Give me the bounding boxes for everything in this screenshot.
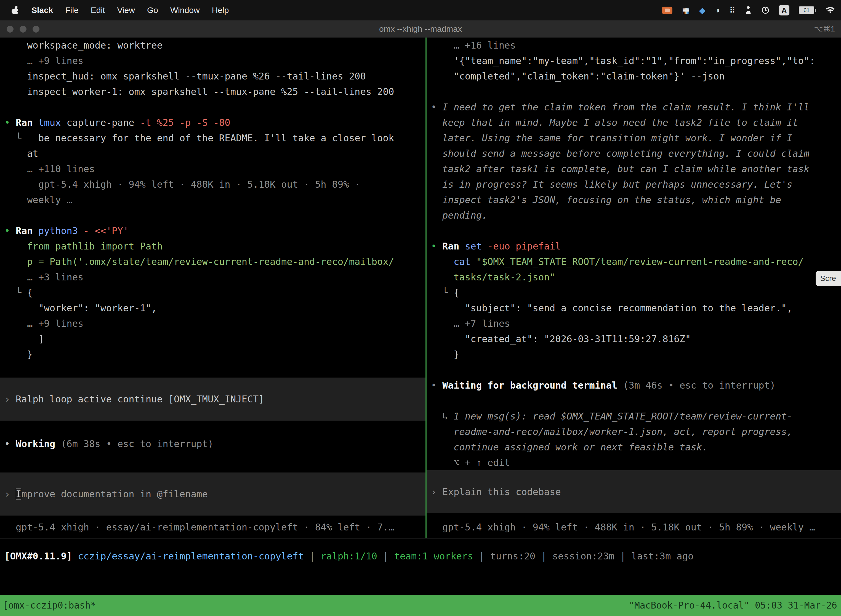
person-app-icon[interactable]	[745, 6, 752, 15]
menu-edit[interactable]: Edit	[91, 6, 105, 15]
terminal-text: 1 new msg(s): read $OMX_TEAM_STATE_ROOT/…	[454, 411, 793, 422]
terminal-text: inspect_worker-1: omx sparkshell --tmux-…	[4, 86, 394, 97]
terminal-text: inspect task2's JSON, focusing on the st…	[431, 194, 781, 205]
terminal-line: '{"team_name":"my-team","task_id":"1","f…	[426, 53, 841, 69]
terminal-text: ↳	[431, 411, 454, 422]
terminal-text: └	[4, 132, 38, 144]
terminal-text: "subject": "send a concise recommendatio…	[431, 302, 793, 314]
terminal-text: |	[614, 551, 631, 562]
terminal-text: └	[431, 287, 454, 298]
menu-file[interactable]: File	[65, 6, 78, 15]
menu-bar: Slack File Edit View Go Window Help ▦ ◆ …	[0, 0, 841, 21]
terminal-line: └ be necessary for the end of the README…	[0, 130, 425, 146]
terminal-text: last:3m ago	[631, 551, 693, 562]
menu-window[interactable]: Window	[170, 6, 200, 15]
terminal-text: mprove documentation in @filename	[21, 488, 208, 500]
menu-view[interactable]: View	[117, 6, 135, 15]
terminal-text: is in progress? It seems likely but perh…	[431, 179, 793, 190]
clock-app-icon[interactable]	[761, 6, 769, 14]
terminal-line	[426, 393, 841, 408]
terminal-line: ]	[0, 331, 425, 347]
terminal-line	[426, 223, 841, 238]
menu-help[interactable]: Help	[212, 6, 229, 15]
terminal-line	[0, 99, 425, 115]
terminal-line: weekly …	[0, 192, 425, 208]
terminal-line: ↳ 1 new msg(s): read $OMX_TEAM_STATE_ROO…	[426, 408, 841, 424]
terminal-line	[0, 452, 425, 467]
terminal-text: ›	[431, 486, 442, 497]
blue-app-icon[interactable]: ◆	[699, 6, 706, 15]
terminal-text: •	[431, 241, 442, 252]
terminal-text: p = Path('.omx/state/team/review-current…	[4, 256, 394, 267]
tmux-session-label: [omx-cczip0:bash*	[3, 595, 96, 616]
tmux-pane-left[interactable]: workspace_mode: worktree … +9 lines insp…	[0, 38, 425, 538]
pane-status-line: gpt-5.4 xhigh · essay/ai-reimplementatio…	[0, 519, 425, 535]
terminal-line: ⌥ + ↑ edit	[426, 455, 841, 470]
dark-circle-app-icon[interactable]: ◑	[715, 6, 720, 15]
terminal-text: "$OMX_TEAM_STATE_ROOT/team/review-curren…	[476, 256, 804, 267]
menu-bar-status-icons: ▦ ◆ ◑ ⠿ A 61	[662, 5, 841, 15]
app-menu-slack[interactable]: Slack	[31, 6, 53, 15]
terminal-text: Ran	[16, 117, 38, 128]
terminal-text: (6m 38s • esc to interrupt)	[61, 438, 214, 449]
wifi-icon[interactable]	[826, 7, 835, 14]
terminal-line: … +110 lines	[0, 161, 425, 177]
terminal-line: inspect_hud: omx sparkshell --tmux-pane …	[0, 69, 425, 84]
grid-app-icon[interactable]: ▦	[682, 6, 690, 15]
prompt-suggestion[interactable]: › Ralph loop active continue [OMX_TMUX_I…	[0, 378, 425, 421]
prompt-suggestion[interactable]: › Explain this codebase	[426, 470, 841, 513]
terminal-text: tasks/task-2.json"	[431, 271, 555, 283]
terminal-text: at	[4, 148, 38, 159]
terminal-text: keep that in mind. Maybe I also need the…	[431, 117, 798, 128]
apple-menu-icon[interactable]	[11, 6, 19, 15]
omx-status-line: [OMX#0.11.9] cczip/essay/ai-reimplementa…	[0, 538, 841, 564]
terminal-line: is in progress? It seems likely but perh…	[426, 177, 841, 192]
menu-bar-left: Slack File Edit View Go Window Help	[0, 6, 229, 15]
terminal-line: workspace_mode: worktree	[0, 38, 425, 53]
terminal-text: •	[431, 101, 442, 113]
terminal-line: … +7 lines	[426, 316, 841, 331]
prompt-suggestion[interactable]: › Improve documentation in @filename	[0, 472, 425, 516]
terminal-line: "worker": "worker-1",	[0, 300, 425, 316]
terminal-line: }	[426, 347, 841, 362]
terminal-text: }	[4, 349, 32, 360]
screen: Slack File Edit View Go Window Help ▦ ◆ …	[0, 0, 841, 616]
terminal-line	[0, 362, 425, 378]
terminal-window: omx --xhigh --madmax ⌥⌘1 workspace_mode:…	[0, 21, 841, 616]
window-titlebar: omx --xhigh --madmax ⌥⌘1	[0, 21, 841, 38]
terminal-text: Waiting for background terminal	[442, 380, 623, 391]
terminal-text: I need to get the claim token from the c…	[442, 101, 810, 113]
terminal-text: from pathlib import Path	[4, 241, 163, 252]
terminal-line: inspect task2's JSON, focusing on the st…	[426, 192, 841, 208]
battery-percent: 61	[803, 7, 810, 13]
terminal-line: pending.	[426, 208, 841, 223]
terminal-text: set	[465, 241, 488, 252]
screen-recording-icon[interactable]	[662, 7, 673, 14]
terminal-text: … +16 lines	[431, 40, 516, 51]
input-source-icon[interactable]: A	[779, 5, 790, 15]
terminal-line: continue assigned work or next feasible …	[426, 439, 841, 455]
tmux-status-bar: [omx-cczip0:bash* "MacBook-Pro-44.local"…	[0, 595, 841, 616]
terminal-line: task2 after task1 is complete, but can I…	[426, 161, 841, 177]
dots-grid-app-icon[interactable]: ⠿	[729, 6, 736, 15]
terminal-text: should send a message before completing …	[431, 148, 809, 159]
terminal-text: ›	[4, 393, 16, 405]
tmux-host-clock: "MacBook-Pro-44.local" 05:03 31-Mar-26	[629, 595, 837, 616]
terminal-line: • I need to get the claim token from the…	[426, 99, 841, 115]
terminal-text: session:23m	[552, 551, 614, 562]
terminal-text: └	[4, 287, 27, 298]
terminal-text: •	[4, 225, 16, 236]
terminal-text: Working	[16, 438, 61, 449]
terminal-text: {	[454, 287, 459, 298]
terminal-line: • Ran set -euo pipefail	[426, 238, 841, 254]
terminal-line: • Ran python3 - <<'PY'	[0, 223, 425, 238]
menu-go[interactable]: Go	[147, 6, 158, 15]
terminal-line: … +3 lines	[0, 269, 425, 285]
terminal-line: p = Path('.omx/state/team/review-current…	[0, 254, 425, 269]
terminal-text: … +110 lines	[4, 163, 95, 175]
tmux-pane-right[interactable]: … +16 lines '{"team_name":"my-team","tas…	[426, 38, 841, 538]
terminal-text: "completed","claim_token":"claim-token"}…	[431, 70, 725, 82]
battery-icon[interactable]: 61	[799, 6, 816, 14]
terminal-text: inspect_hud: omx sparkshell --tmux-pane …	[4, 70, 366, 82]
terminal-text: }	[431, 349, 459, 360]
